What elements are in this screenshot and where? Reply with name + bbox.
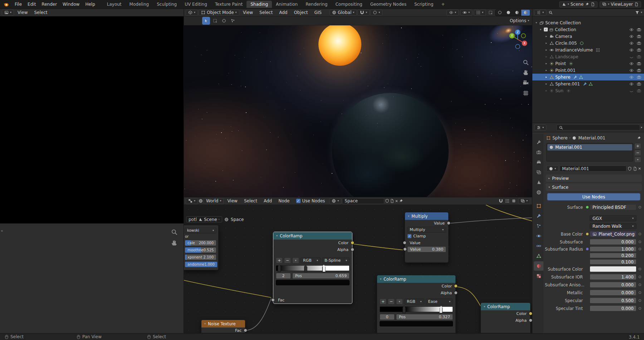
snapping-button[interactable]: ▾: [357, 10, 370, 16]
field-value[interactable]: 0.525: [204, 248, 214, 252]
output-color-socket[interactable]: [454, 284, 458, 288]
subsurface-anisotropy-slider[interactable]: 0.000: [590, 282, 636, 288]
distribution-dropdown[interactable]: GGX▾: [590, 215, 636, 221]
collapse-icon[interactable]: ▾: [484, 305, 485, 308]
color-mode-dropdown[interactable]: RGB▾: [301, 257, 321, 263]
node-overlays-button[interactable]: ▾: [518, 198, 530, 204]
animate-dot[interactable]: [639, 233, 641, 235]
disable-render-icon[interactable]: [637, 28, 641, 32]
visibility-toggles-button[interactable]: ▾: [447, 10, 459, 16]
outliner-row-sphere-001[interactable]: ▸ Sphere.001: [532, 80, 644, 87]
subsurface-ior-slider[interactable]: 1.400: [590, 274, 636, 280]
animate-dot[interactable]: [639, 284, 641, 286]
outliner-row-sphere[interactable]: ▸ Sphere: [532, 74, 644, 80]
clamp-toggle[interactable]: ✓ Clamp: [405, 233, 448, 240]
filter-icon[interactable]: [635, 10, 639, 15]
output-fac-socket[interactable]: [244, 329, 247, 332]
operation-dropdown[interactable]: Multiply▾: [407, 227, 446, 233]
navigation-gizmo[interactable]: Z X Y: [506, 28, 530, 51]
collapse-icon[interactable]: ▾: [408, 215, 409, 218]
gizmos-button[interactable]: ▾: [460, 10, 472, 16]
disclosure-icon[interactable]: ▸: [545, 35, 548, 38]
disclosure-icon[interactable]: ▸: [545, 62, 548, 65]
material-slot-item[interactable]: Material.001: [547, 144, 632, 151]
tab-render[interactable]: [534, 148, 543, 157]
disable-render-icon[interactable]: [637, 41, 641, 45]
surface-shader-button[interactable]: Principled BSDF: [590, 204, 636, 210]
ramp-specials-button[interactable]: ▾: [292, 257, 299, 263]
breadcrumb-object[interactable]: Sphere: [552, 135, 567, 141]
blender-logo-icon[interactable]: [3, 2, 9, 7]
animate-dot[interactable]: [639, 248, 641, 250]
disable-render-icon[interactable]: [637, 82, 641, 86]
ramp-stop[interactable]: [278, 265, 281, 272]
tool-tweak-icon[interactable]: [202, 17, 210, 25]
node-canvas[interactable]: potl Scene › Space kowski▾ or cale200.00…: [184, 205, 532, 333]
menu-add[interactable]: Add: [261, 198, 275, 204]
output-alpha-socket[interactable]: [351, 248, 354, 251]
output-value-socket[interactable]: [447, 221, 450, 225]
pin-icon[interactable]: [585, 2, 589, 6]
search-icon[interactable]: [548, 10, 553, 15]
menu-render[interactable]: Render: [39, 1, 60, 8]
menu-view[interactable]: View: [15, 9, 30, 16]
disclosure-icon[interactable]: ▸: [545, 69, 548, 72]
editor-type-button[interactable]: ▾: [2, 10, 14, 16]
disable-render-icon[interactable]: [637, 75, 641, 79]
editor-type-button[interactable]: ▾: [186, 10, 198, 16]
node-arrange-icon[interactable]: [512, 199, 516, 203]
viewport-pan-icon[interactable]: [522, 69, 529, 76]
disclosure-icon[interactable]: ▸: [545, 55, 548, 58]
ramp-stop[interactable]: [304, 265, 307, 272]
breadcrumb-scene-chip[interactable]: potl Scene ›: [186, 216, 222, 222]
node-noise-texture[interactable]: ▾Noise Texture Fac: [201, 320, 245, 333]
ramp-stop-active[interactable]: [322, 265, 326, 272]
pin-icon[interactable]: [637, 136, 641, 140]
tab-object-data[interactable]: [534, 251, 543, 261]
animate-dot[interactable]: [639, 241, 641, 243]
shading-wireframe-icon[interactable]: [496, 10, 504, 16]
hide-eye-icon[interactable]: [629, 75, 634, 79]
subsurface-radius-z-field[interactable]: 0.100: [590, 259, 636, 265]
overlays-button[interactable]: ▾: [474, 10, 486, 16]
menu-view[interactable]: View: [240, 9, 256, 16]
field-value[interactable]: 200.000: [199, 241, 214, 245]
ramp-stop[interactable]: [439, 306, 443, 313]
use-nodes-button[interactable]: Use Nodes: [547, 193, 640, 201]
use-nodes-toggle[interactable]: ✓ Use Nodes: [296, 198, 325, 203]
input-value2-field[interactable]: Value0.380: [407, 246, 446, 252]
tab-geometry-nodes[interactable]: Geometry Nodes: [366, 1, 410, 8]
scene-selector[interactable]: ▾ Scene: [559, 1, 597, 8]
pan-hand-icon[interactable]: [171, 239, 178, 246]
subsurface-slider[interactable]: 0.000: [590, 239, 636, 245]
unlink-icon[interactable]: ✕: [638, 167, 641, 171]
new-viewlayer-icon[interactable]: [634, 2, 639, 6]
animate-dot[interactable]: [639, 268, 641, 270]
shading-rendered-icon[interactable]: [521, 10, 530, 16]
disable-render-icon[interactable]: [637, 89, 641, 93]
zoom-icon[interactable]: [171, 228, 178, 236]
menu-node[interactable]: Node: [275, 198, 292, 204]
tab-tool[interactable]: [534, 138, 543, 147]
menu-add[interactable]: Add: [276, 9, 290, 16]
disclosure-icon[interactable]: ▸: [545, 75, 548, 79]
shader-type-selector[interactable]: World ▾: [204, 198, 224, 204]
menu-edit[interactable]: Edit: [25, 1, 39, 8]
menu-select[interactable]: Select: [257, 9, 275, 16]
hide-eye-icon[interactable]: [629, 34, 634, 39]
hide-eye-closed-icon[interactable]: [629, 89, 634, 93]
input-fac-socket[interactable]: [271, 298, 275, 302]
outliner-row-scene-collection[interactable]: ▾ Scene Collection: [532, 19, 644, 26]
node-partial-texture[interactable]: kowski▾ or cale200.000 moothne0.525 xpon…: [184, 225, 219, 270]
panel-preview[interactable]: ▸ Preview: [546, 174, 642, 182]
metallic-slider[interactable]: 0.000: [590, 290, 636, 296]
outliner-row-point-001[interactable]: ▸ Point.001: [532, 67, 644, 74]
unlink-icon[interactable]: ✕: [395, 199, 398, 203]
base-color-image-button[interactable]: Planet_Color.png: [590, 231, 636, 237]
input-value2-socket[interactable]: [403, 247, 407, 251]
output-alpha-socket[interactable]: [454, 291, 458, 295]
color-ramp-widget[interactable]: [380, 306, 453, 312]
viewport-camera-icon[interactable]: [522, 79, 529, 86]
animate-dot[interactable]: [639, 276, 641, 278]
add-stop-button[interactable]: +: [380, 299, 386, 305]
